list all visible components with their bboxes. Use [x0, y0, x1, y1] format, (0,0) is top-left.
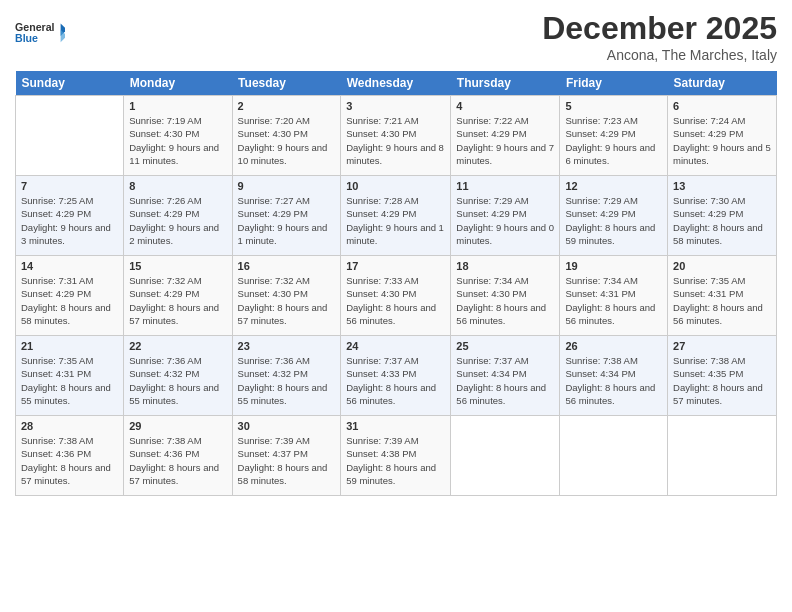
day-number: 19 [565, 260, 662, 272]
header-friday: Friday [560, 71, 668, 96]
calendar-cell: 2 Sunrise: 7:20 AM Sunset: 4:30 PM Dayli… [232, 96, 341, 176]
day-info: Sunrise: 7:36 AM Sunset: 4:32 PM Dayligh… [129, 354, 226, 407]
logo-svg: General Blue [15, 10, 65, 55]
calendar-cell: 16 Sunrise: 7:32 AM Sunset: 4:30 PM Dayl… [232, 256, 341, 336]
daylight-text: Daylight: 9 hours and 1 minute. [238, 222, 328, 246]
day-info: Sunrise: 7:29 AM Sunset: 4:29 PM Dayligh… [565, 194, 662, 247]
calendar-cell: 25 Sunrise: 7:37 AM Sunset: 4:34 PM Dayl… [451, 336, 560, 416]
day-number: 7 [21, 180, 118, 192]
calendar-cell: 5 Sunrise: 7:23 AM Sunset: 4:29 PM Dayli… [560, 96, 668, 176]
daylight-text: Daylight: 8 hours and 55 minutes. [21, 382, 111, 406]
calendar-week-row: 7 Sunrise: 7:25 AM Sunset: 4:29 PM Dayli… [16, 176, 777, 256]
calendar-cell: 10 Sunrise: 7:28 AM Sunset: 4:29 PM Dayl… [341, 176, 451, 256]
sunset-text: Sunset: 4:31 PM [673, 288, 743, 299]
day-info: Sunrise: 7:34 AM Sunset: 4:31 PM Dayligh… [565, 274, 662, 327]
sunrise-text: Sunrise: 7:31 AM [21, 275, 93, 286]
day-info: Sunrise: 7:38 AM Sunset: 4:34 PM Dayligh… [565, 354, 662, 407]
day-number: 5 [565, 100, 662, 112]
calendar-cell: 20 Sunrise: 7:35 AM Sunset: 4:31 PM Dayl… [668, 256, 777, 336]
sunrise-text: Sunrise: 7:38 AM [565, 355, 637, 366]
sunset-text: Sunset: 4:36 PM [21, 448, 91, 459]
day-number: 10 [346, 180, 445, 192]
sunrise-text: Sunrise: 7:36 AM [238, 355, 310, 366]
sunset-text: Sunset: 4:36 PM [129, 448, 199, 459]
sunrise-text: Sunrise: 7:34 AM [565, 275, 637, 286]
calendar-cell: 24 Sunrise: 7:37 AM Sunset: 4:33 PM Dayl… [341, 336, 451, 416]
sunset-text: Sunset: 4:29 PM [346, 208, 416, 219]
daylight-text: Daylight: 8 hours and 59 minutes. [565, 222, 655, 246]
sunset-text: Sunset: 4:29 PM [673, 208, 743, 219]
day-info: Sunrise: 7:19 AM Sunset: 4:30 PM Dayligh… [129, 114, 226, 167]
day-info: Sunrise: 7:32 AM Sunset: 4:29 PM Dayligh… [129, 274, 226, 327]
sunrise-text: Sunrise: 7:34 AM [456, 275, 528, 286]
day-info: Sunrise: 7:35 AM Sunset: 4:31 PM Dayligh… [21, 354, 118, 407]
day-info: Sunrise: 7:39 AM Sunset: 4:38 PM Dayligh… [346, 434, 445, 487]
calendar-cell: 19 Sunrise: 7:34 AM Sunset: 4:31 PM Dayl… [560, 256, 668, 336]
daylight-text: Daylight: 8 hours and 56 minutes. [346, 302, 436, 326]
day-info: Sunrise: 7:29 AM Sunset: 4:29 PM Dayligh… [456, 194, 554, 247]
day-number: 24 [346, 340, 445, 352]
sunrise-text: Sunrise: 7:35 AM [673, 275, 745, 286]
sunset-text: Sunset: 4:29 PM [21, 288, 91, 299]
sunrise-text: Sunrise: 7:28 AM [346, 195, 418, 206]
day-number: 6 [673, 100, 771, 112]
day-number: 1 [129, 100, 226, 112]
day-info: Sunrise: 7:31 AM Sunset: 4:29 PM Dayligh… [21, 274, 118, 327]
calendar-cell: 26 Sunrise: 7:38 AM Sunset: 4:34 PM Dayl… [560, 336, 668, 416]
day-number: 27 [673, 340, 771, 352]
calendar-cell: 11 Sunrise: 7:29 AM Sunset: 4:29 PM Dayl… [451, 176, 560, 256]
logo: General Blue [15, 10, 65, 55]
sunrise-text: Sunrise: 7:19 AM [129, 115, 201, 126]
daylight-text: Daylight: 8 hours and 57 minutes. [129, 302, 219, 326]
day-info: Sunrise: 7:37 AM Sunset: 4:34 PM Dayligh… [456, 354, 554, 407]
daylight-text: Daylight: 9 hours and 10 minutes. [238, 142, 328, 166]
sunset-text: Sunset: 4:31 PM [565, 288, 635, 299]
calendar-cell: 15 Sunrise: 7:32 AM Sunset: 4:29 PM Dayl… [124, 256, 232, 336]
sunset-text: Sunset: 4:29 PM [238, 208, 308, 219]
sunset-text: Sunset: 4:29 PM [21, 208, 91, 219]
day-number: 4 [456, 100, 554, 112]
sunrise-text: Sunrise: 7:26 AM [129, 195, 201, 206]
sunset-text: Sunset: 4:30 PM [129, 128, 199, 139]
day-number: 15 [129, 260, 226, 272]
day-number: 23 [238, 340, 336, 352]
calendar-cell [451, 416, 560, 496]
calendar-table: Sunday Monday Tuesday Wednesday Thursday… [15, 71, 777, 496]
daylight-text: Daylight: 8 hours and 57 minutes. [238, 302, 328, 326]
sunrise-text: Sunrise: 7:37 AM [346, 355, 418, 366]
daylight-text: Daylight: 8 hours and 58 minutes. [673, 222, 763, 246]
sunrise-text: Sunrise: 7:39 AM [238, 435, 310, 446]
day-number: 12 [565, 180, 662, 192]
sunset-text: Sunset: 4:30 PM [238, 128, 308, 139]
sunset-text: Sunset: 4:29 PM [565, 208, 635, 219]
header-wednesday: Wednesday [341, 71, 451, 96]
day-number: 2 [238, 100, 336, 112]
sunrise-text: Sunrise: 7:23 AM [565, 115, 637, 126]
calendar-cell: 8 Sunrise: 7:26 AM Sunset: 4:29 PM Dayli… [124, 176, 232, 256]
day-number: 21 [21, 340, 118, 352]
sunset-text: Sunset: 4:29 PM [456, 128, 526, 139]
day-info: Sunrise: 7:20 AM Sunset: 4:30 PM Dayligh… [238, 114, 336, 167]
sunrise-text: Sunrise: 7:32 AM [129, 275, 201, 286]
sunrise-text: Sunrise: 7:38 AM [21, 435, 93, 446]
sunset-text: Sunset: 4:37 PM [238, 448, 308, 459]
daylight-text: Daylight: 9 hours and 6 minutes. [565, 142, 655, 166]
sunrise-text: Sunrise: 7:25 AM [21, 195, 93, 206]
calendar-cell: 17 Sunrise: 7:33 AM Sunset: 4:30 PM Dayl… [341, 256, 451, 336]
calendar-cell: 7 Sunrise: 7:25 AM Sunset: 4:29 PM Dayli… [16, 176, 124, 256]
daylight-text: Daylight: 8 hours and 55 minutes. [238, 382, 328, 406]
day-info: Sunrise: 7:38 AM Sunset: 4:36 PM Dayligh… [21, 434, 118, 487]
sunrise-text: Sunrise: 7:37 AM [456, 355, 528, 366]
day-number: 29 [129, 420, 226, 432]
calendar-cell: 14 Sunrise: 7:31 AM Sunset: 4:29 PM Dayl… [16, 256, 124, 336]
day-number: 26 [565, 340, 662, 352]
calendar-week-row: 21 Sunrise: 7:35 AM Sunset: 4:31 PM Dayl… [16, 336, 777, 416]
day-info: Sunrise: 7:28 AM Sunset: 4:29 PM Dayligh… [346, 194, 445, 247]
day-info: Sunrise: 7:38 AM Sunset: 4:36 PM Dayligh… [129, 434, 226, 487]
calendar-cell: 6 Sunrise: 7:24 AM Sunset: 4:29 PM Dayli… [668, 96, 777, 176]
day-number: 22 [129, 340, 226, 352]
sunrise-text: Sunrise: 7:30 AM [673, 195, 745, 206]
calendar-cell: 23 Sunrise: 7:36 AM Sunset: 4:32 PM Dayl… [232, 336, 341, 416]
day-info: Sunrise: 7:36 AM Sunset: 4:32 PM Dayligh… [238, 354, 336, 407]
calendar-week-row: 1 Sunrise: 7:19 AM Sunset: 4:30 PM Dayli… [16, 96, 777, 176]
